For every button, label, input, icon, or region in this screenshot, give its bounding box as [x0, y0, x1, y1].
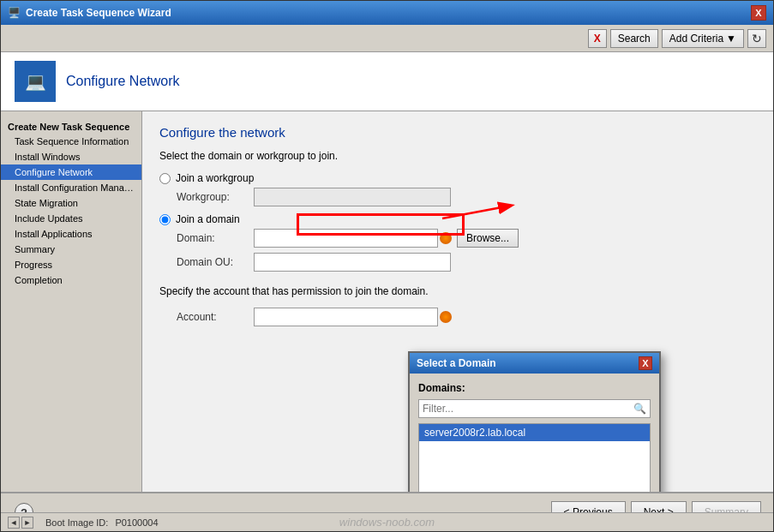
sidebar-section-title: Create New Task Sequence: [1, 118, 141, 134]
sidebar-item-install-windows[interactable]: Install Windows: [1, 149, 141, 164]
domain-ou-field-row: Domain OU:: [177, 253, 758, 272]
wizard-header: 💻 Configure Network: [1, 52, 774, 111]
status-bar: ◄ ► Boot Image ID: P0100004 windows-noob…: [1, 512, 773, 531]
account-input[interactable]: [254, 308, 438, 326]
toolbar-add-criteria-button[interactable]: Add Criteria ▼: [662, 29, 744, 48]
filter-icon: 🔍: [633, 403, 646, 415]
title-bar-close-button[interactable]: X: [751, 5, 766, 21]
workgroup-radio-label[interactable]: Join a workgroup: [159, 172, 758, 184]
domains-label: Domains:: [418, 382, 651, 394]
sidebar-item-include-updates[interactable]: Include Updates: [1, 211, 141, 226]
sidebar-item-completion[interactable]: Completion: [1, 272, 141, 288]
domain-label: Domain:: [177, 232, 254, 244]
sidebar: Create New Task Sequence Task Sequence I…: [1, 111, 142, 492]
filter-row: 🔍: [418, 399, 651, 418]
account-field-row: Account:: [177, 308, 758, 326]
account-label: Account:: [177, 311, 254, 323]
domain-field-row: Domain: Browse...: [177, 229, 758, 248]
domain-required-indicator: [440, 232, 452, 244]
toolbar-x-button[interactable]: X: [588, 29, 607, 48]
main-content: Configure the network Select the domain …: [142, 111, 774, 492]
main-title: Configure the network: [159, 125, 758, 140]
domain-ou-input[interactable]: [254, 253, 451, 272]
section-description: Select the domain or workgroup to join.: [159, 150, 758, 162]
boot-image-label: Boot Image ID:: [45, 517, 108, 528]
sidebar-item-install-applications[interactable]: Install Applications: [1, 226, 141, 242]
domain-radio[interactable]: [159, 214, 171, 225]
boot-image-value: P0100004: [115, 517, 158, 528]
account-section-label: Specify the account that has permission …: [159, 285, 758, 297]
browse-button[interactable]: Browse...: [457, 229, 519, 248]
toolbar-search-button[interactable]: Search: [610, 29, 658, 48]
toolbar-refresh-button[interactable]: ↻: [747, 29, 766, 48]
sidebar-item-progress[interactable]: Progress: [1, 257, 141, 272]
dialog-body: Domains: 🔍 server2008r2.lab.local: [410, 374, 659, 492]
domain-list: server2008r2.lab.local: [418, 423, 651, 492]
domain-input[interactable]: [254, 229, 438, 248]
wizard-icon: 🖥️: [8, 7, 21, 19]
sidebar-item-install-configuration[interactable]: Install Configuration Manag...: [1, 180, 141, 195]
workgroup-label: Workgroup:: [177, 191, 254, 203]
sidebar-item-configure-network[interactable]: Configure Network: [1, 164, 141, 180]
dialog-close-button[interactable]: X: [639, 356, 652, 370]
sidebar-item-task-sequence-information[interactable]: Task Sequence Information: [1, 134, 141, 149]
workgroup-field-row: Workgroup:: [177, 188, 758, 206]
dialog-title-bar: Select a Domain X: [410, 353, 659, 374]
domain-list-item[interactable]: server2008r2.lab.local: [419, 424, 650, 441]
title-bar-text: Create Task Sequence Wizard: [26, 7, 171, 19]
account-required-indicator: [440, 311, 452, 323]
domain-ou-label: Domain OU:: [177, 256, 254, 268]
select-domain-dialog: Select a Domain X Domains: 🔍 server2008r…: [408, 351, 661, 492]
workgroup-radio[interactable]: [159, 173, 171, 184]
watermark: windows-noob.com: [339, 516, 435, 529]
scroll-arrows: ◄ ►: [8, 517, 33, 529]
scroll-left-button[interactable]: ◄: [8, 517, 20, 529]
header-icon: 💻: [15, 61, 56, 102]
sidebar-item-state-migration[interactable]: State Migration: [1, 195, 141, 211]
domain-radio-label[interactable]: Join a domain: [159, 213, 758, 225]
workgroup-input[interactable]: [254, 188, 451, 206]
scroll-right-button[interactable]: ►: [21, 517, 33, 529]
dialog-title: Select a Domain: [417, 357, 496, 369]
sidebar-item-summary[interactable]: Summary: [1, 242, 141, 257]
header-title: Configure Network: [66, 74, 180, 89]
title-bar: 🖥️ Create Task Sequence Wizard X: [1, 1, 773, 25]
filter-input[interactable]: [423, 403, 633, 415]
